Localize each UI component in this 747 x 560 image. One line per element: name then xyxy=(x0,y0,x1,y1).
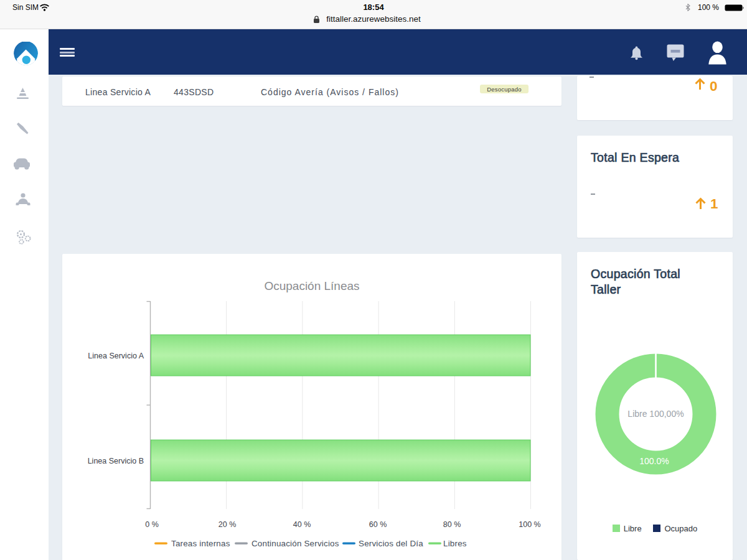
svg-text:80 %: 80 % xyxy=(443,520,461,529)
svg-text:Ocupación Líneas: Ocupación Líneas xyxy=(264,279,359,292)
svg-text:0 %: 0 % xyxy=(145,520,159,529)
svg-text:100.0%: 100.0% xyxy=(639,456,669,466)
svg-text:Libres: Libres xyxy=(443,539,467,548)
svg-text:Tareas internas: Tareas internas xyxy=(171,539,230,548)
svg-text:Linea Servicio A: Linea Servicio A xyxy=(88,352,144,360)
svg-text:100 %: 100 % xyxy=(519,520,540,529)
svg-text:20 %: 20 % xyxy=(218,520,237,529)
svg-text:Linea Servicio B: Linea Servicio B xyxy=(88,457,144,465)
svg-text:Continuación Servicios: Continuación Servicios xyxy=(251,539,339,548)
svg-text:60 %: 60 % xyxy=(369,520,387,529)
svg-text:Servicios del Día: Servicios del Día xyxy=(359,539,423,548)
svg-text:40 %: 40 % xyxy=(293,520,311,529)
svg-text:Libre 100,00%: Libre 100,00% xyxy=(627,409,684,419)
